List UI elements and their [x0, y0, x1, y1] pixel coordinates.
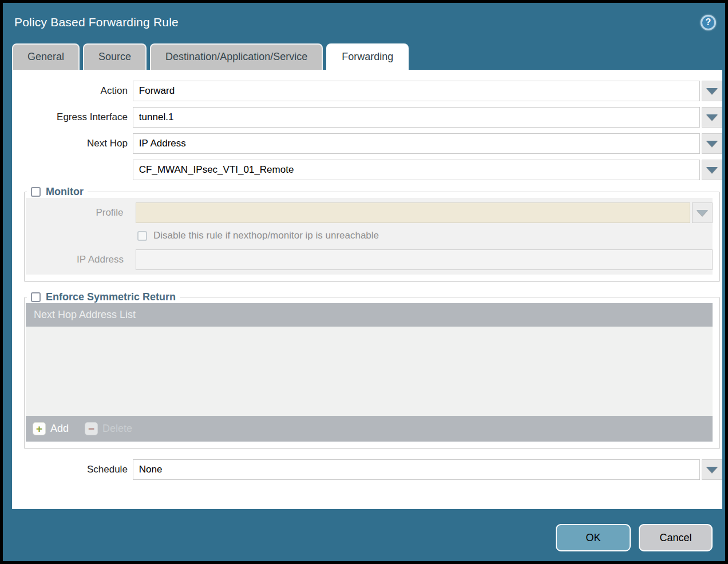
next-hop-address-dropdown-button[interactable]: [702, 160, 722, 180]
chevron-down-icon: [706, 114, 718, 121]
chevron-down-icon: [697, 210, 708, 216]
next-hop-type-input[interactable]: [133, 133, 700, 154]
next-hop-address-list-table: Next Hop Address List + Add − Delete: [26, 303, 713, 442]
egress-interface-dropdown-button[interactable]: [702, 107, 722, 128]
enforce-symmetric-return-checkbox[interactable]: [31, 292, 41, 302]
action-dropdown-button[interactable]: [702, 81, 722, 101]
monitor-checkbox[interactable]: [31, 187, 41, 197]
next-hop-address-row: [12, 160, 722, 180]
monitor-ip-address-row: IP Address: [26, 249, 713, 270]
help-icon[interactable]: ?: [701, 15, 716, 30]
tab-general[interactable]: General: [12, 43, 80, 70]
chevron-down-icon: [706, 467, 718, 473]
monitor-body: Profile Disable this rule if nexthop/mon…: [26, 198, 713, 275]
minus-icon: −: [85, 422, 98, 435]
schedule-dropdown-button[interactable]: [702, 459, 722, 480]
add-button-label: Add: [50, 423, 69, 435]
title-bar: Policy Based Forwarding Rule ?: [3, 3, 725, 42]
dialog-footer: OK Cancel: [3, 509, 725, 551]
monitor-ip-address-label: IP Address: [26, 254, 136, 265]
disable-rule-label: Disable this rule if nexthop/monitor ip …: [153, 230, 379, 241]
disable-rule-checkbox: [137, 231, 147, 241]
tab-bar: General Source Destination/Application/S…: [3, 42, 725, 70]
chevron-down-icon: [706, 167, 718, 173]
egress-interface-input[interactable]: [133, 107, 700, 128]
monitor-ip-address-input: [136, 249, 713, 270]
profile-dropdown-button: [692, 202, 713, 223]
next-hop-dropdown-button[interactable]: [702, 133, 722, 154]
schedule-label: Schedule: [12, 464, 133, 475]
next-hop-label: Next Hop: [12, 138, 133, 149]
tab-content-panel: Action Egress Interface Next Hop: [12, 70, 722, 509]
tab-destination-application-service[interactable]: Destination/Application/Service: [150, 43, 323, 70]
schedule-row: Schedule: [12, 459, 722, 480]
next-hop-address-input[interactable]: [133, 160, 700, 180]
next-hop-row: Next Hop: [12, 133, 722, 154]
action-input[interactable]: [133, 81, 700, 101]
action-row: Action: [12, 81, 722, 101]
egress-interface-label: Egress Interface: [12, 112, 133, 123]
monitor-section: Monitor Profile Disable this rule if nex…: [24, 186, 720, 282]
tab-forwarding[interactable]: Forwarding: [326, 43, 409, 70]
next-hop-address-list-header: Next Hop Address List: [26, 303, 713, 327]
enforce-symmetric-return-section: Enforce Symmetric Return Next Hop Addres…: [24, 291, 720, 449]
cancel-button[interactable]: Cancel: [639, 524, 713, 551]
chevron-down-icon: [706, 88, 718, 94]
tab-source[interactable]: Source: [83, 43, 147, 70]
add-button[interactable]: + Add: [33, 422, 69, 435]
delete-button-label: Delete: [102, 423, 132, 435]
plus-icon: +: [33, 422, 46, 435]
dialog-title: Policy Based Forwarding Rule: [14, 15, 179, 29]
schedule-input[interactable]: [133, 459, 700, 480]
egress-interface-row: Egress Interface: [12, 107, 722, 128]
next-hop-address-list-toolbar: + Add − Delete: [26, 416, 713, 442]
profile-input: [136, 202, 691, 223]
enforce-symmetric-return-legend: Enforce Symmetric Return: [27, 291, 180, 303]
disable-rule-row: Disable this rule if nexthop/monitor ip …: [137, 230, 713, 241]
delete-button: − Delete: [85, 422, 132, 435]
enforce-symmetric-return-title: Enforce Symmetric Return: [46, 291, 176, 303]
monitor-title: Monitor: [46, 186, 84, 198]
next-hop-address-list-body: [26, 327, 713, 416]
dialog-window: Policy Based Forwarding Rule ? General S…: [0, 0, 728, 564]
ok-button[interactable]: OK: [556, 524, 631, 551]
profile-row: Profile: [26, 202, 713, 223]
profile-label: Profile: [26, 207, 136, 219]
monitor-legend: Monitor: [27, 186, 88, 198]
action-label: Action: [12, 85, 133, 97]
chevron-down-icon: [706, 141, 718, 147]
